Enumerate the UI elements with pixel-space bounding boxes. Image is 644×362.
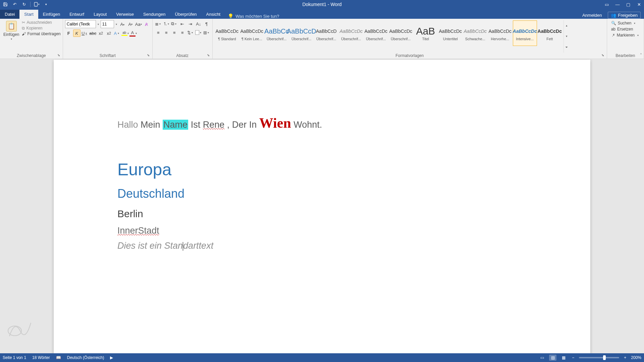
word-count[interactable]: 18 Wörter: [32, 355, 50, 360]
page[interactable]: Hallo Mein Name Ist Rene , Der In Wien W…: [54, 60, 590, 353]
styles-expand[interactable]: ⏷: [564, 42, 570, 53]
style-item-7[interactable]: AaBbCcDcÜberschrif...: [389, 20, 413, 46]
collapse-ribbon-button[interactable]: ˄: [640, 53, 642, 58]
multilevel-list-button[interactable]: ⧉▾: [171, 20, 178, 27]
undo-button[interactable]: ↶: [11, 1, 18, 8]
style-item-1[interactable]: AaBbCcDc¶ Kein Lee...: [240, 20, 264, 46]
save-button[interactable]: [2, 1, 9, 8]
maximize-button[interactable]: ▢: [623, 1, 633, 8]
font-size-dropdown[interactable]: ▾: [115, 23, 118, 26]
strikethrough-button[interactable]: abc: [89, 29, 97, 37]
underline-button[interactable]: U▾: [81, 29, 89, 37]
word-wohnt[interactable]: Wohnt.: [293, 120, 322, 130]
read-mode-button[interactable]: ▭: [538, 355, 546, 361]
heading-deutschland[interactable]: Deutschland: [117, 187, 527, 201]
select-button[interactable]: ⭷Markieren▾: [611, 33, 640, 38]
word-wien[interactable]: Wien: [259, 115, 291, 131]
increase-indent-button[interactable]: ⇥: [187, 20, 194, 27]
justify-button[interactable]: ≡: [179, 29, 186, 36]
tab-file[interactable]: Datei: [0, 10, 19, 19]
align-left-button[interactable]: ≡: [155, 29, 162, 36]
web-layout-button[interactable]: ▦: [560, 355, 567, 361]
style-item-8[interactable]: AaBTitel: [414, 20, 438, 46]
style-item-2[interactable]: AaBbCcÜberschrif...: [265, 20, 289, 46]
cut-button[interactable]: ✂Ausschneiden: [22, 20, 60, 25]
superscript-button[interactable]: x2: [105, 29, 113, 37]
style-item-5[interactable]: AaBbCcDcÜberschrif...: [339, 20, 363, 46]
subtle-emphasis-text[interactable]: Dies ist ein Standarttext: [117, 241, 527, 251]
word-hallo[interactable]: Hallo: [117, 120, 138, 130]
italic-button[interactable]: K: [73, 29, 80, 37]
redo-button[interactable]: ↻: [21, 1, 28, 8]
subtle-part-b[interactable]: darttext: [183, 241, 213, 251]
touch-mode-button[interactable]: ▾: [33, 1, 40, 8]
word-rene-spellerror[interactable]: Rene: [203, 120, 225, 130]
borders-button[interactable]: ⊞▾: [203, 29, 210, 36]
minimize-button[interactable]: —: [612, 1, 623, 8]
heading-berlin[interactable]: Berlin: [117, 208, 527, 220]
heading-innerstadt[interactable]: InnerStadt: [117, 226, 159, 236]
shading-button[interactable]: ▾: [195, 29, 202, 36]
bullets-button[interactable]: ≣▾: [155, 20, 162, 27]
font-name-dropdown[interactable]: ▾: [97, 23, 100, 26]
numbering-button[interactable]: ⒈▾: [163, 20, 170, 27]
word-mein[interactable]: Mein: [141, 120, 160, 130]
paste-button[interactable]: 📋 Einfügen ▾: [2, 20, 20, 41]
font-dialog-launcher[interactable]: ⬊: [146, 53, 150, 57]
bold-button[interactable]: F: [65, 29, 72, 37]
zoom-level[interactable]: 200%: [631, 355, 641, 360]
copy-button[interactable]: ⧉Kopieren: [22, 26, 60, 31]
qat-customize[interactable]: ▾: [43, 1, 49, 8]
tab-verweise[interactable]: Verweise: [111, 10, 139, 19]
font-color-button[interactable]: A▾: [129, 29, 137, 37]
text-effects-button[interactable]: A▾: [113, 29, 121, 37]
sign-in-link[interactable]: Anmelden: [582, 13, 602, 18]
word-comma[interactable]: ,: [227, 120, 230, 130]
tell-me-search[interactable]: 💡 Was möchten Sie tun?: [225, 13, 282, 19]
tab-entwurf[interactable]: Entwurf: [65, 10, 89, 19]
styles-scroll-down[interactable]: ▾: [564, 31, 570, 42]
word-name-highlighted[interactable]: Name: [163, 120, 188, 130]
tab-layout[interactable]: Layout: [89, 10, 111, 19]
zoom-thumb[interactable]: [603, 355, 606, 360]
tab-überprüfen[interactable]: Überprüfen: [170, 10, 202, 19]
style-item-3[interactable]: AaBbCcDÜberschrif...: [289, 20, 314, 46]
sort-button[interactable]: A↓: [195, 20, 202, 27]
style-item-11[interactable]: AaBbCcDcHervorhe...: [488, 20, 512, 46]
tab-start[interactable]: Start: [19, 10, 38, 19]
tab-ansicht[interactable]: Ansicht: [202, 10, 225, 19]
decrease-indent-button[interactable]: ⇤: [179, 20, 186, 27]
style-item-13[interactable]: AaBbCcDcFett: [538, 20, 562, 46]
grow-font-button[interactable]: A▴: [119, 20, 126, 28]
style-item-9[interactable]: AaBbCcDcUntertitel: [438, 20, 463, 46]
document-area[interactable]: Hallo Mein Name Ist Rene , Der In Wien W…: [0, 59, 644, 353]
find-button[interactable]: 🔍Suchen▾: [611, 21, 640, 25]
page-indicator[interactable]: Seite 1 von 1: [3, 355, 26, 360]
heading-europa[interactable]: Europa: [117, 160, 527, 179]
clipboard-dialog-launcher[interactable]: ⬊: [57, 53, 61, 57]
font-name-input[interactable]: [65, 20, 96, 28]
subscript-button[interactable]: x2: [97, 29, 105, 37]
sentence-paragraph[interactable]: Hallo Mein Name Ist Rene , Der In Wien W…: [117, 113, 527, 133]
style-item-12[interactable]: AaBbCcDcIntensive...: [513, 20, 537, 46]
tab-einfügen[interactable]: Einfügen: [38, 10, 65, 19]
show-marks-button[interactable]: ¶: [203, 20, 210, 27]
styles-scroll-up[interactable]: ▴: [564, 20, 570, 31]
align-right-button[interactable]: ≡: [171, 29, 178, 36]
format-painter-button[interactable]: 🖌Format übertragen: [22, 32, 60, 36]
zoom-in-button[interactable]: +: [623, 355, 628, 360]
highlight-button[interactable]: ab▾: [121, 29, 129, 37]
macro-icon[interactable]: ▶: [110, 355, 113, 360]
line-spacing-button[interactable]: ⇅▾: [187, 29, 194, 36]
tab-sendungen[interactable]: Sendungen: [139, 10, 170, 19]
font-size-input[interactable]: [101, 20, 114, 28]
subtle-part-a[interactable]: Dies ist ein Stan: [117, 241, 183, 251]
change-case-button[interactable]: Aa▾: [135, 20, 142, 28]
zoom-slider[interactable]: [579, 357, 619, 358]
paragraph-dialog-launcher[interactable]: ⬊: [206, 53, 210, 57]
word-der[interactable]: Der: [232, 120, 247, 130]
align-center-button[interactable]: ≡: [163, 29, 170, 36]
style-item-0[interactable]: AaBbCcDc¶ Standard: [215, 20, 239, 46]
styles-dialog-launcher[interactable]: ⬊: [601, 53, 605, 57]
zoom-out-button[interactable]: −: [571, 355, 576, 360]
